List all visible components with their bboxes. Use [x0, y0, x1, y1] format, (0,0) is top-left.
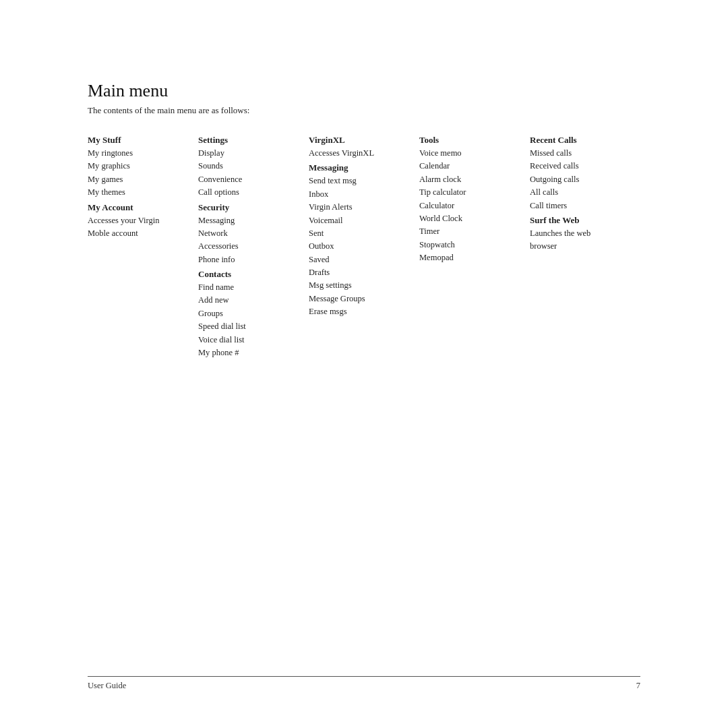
menu-column-settings: SettingsDisplaySoundsConvenienceCall opt… — [198, 135, 309, 359]
menu-item: Sounds — [198, 160, 302, 173]
menu-item: Convenience — [198, 173, 302, 186]
menu-item: Drafts — [309, 266, 413, 279]
menu-item: Network — [198, 227, 302, 240]
menu-item: Alarm clock — [419, 173, 523, 186]
footer-label: User Guide — [88, 681, 126, 691]
menu-item: Message Groups — [309, 293, 413, 305]
menu-item: My phone # — [198, 346, 302, 359]
page-subtitle: The contents of the main menu are as fol… — [88, 105, 640, 116]
section-header-my-stuff-0: My Stuff — [88, 135, 191, 146]
section-header-settings-0: Settings — [198, 135, 302, 146]
menu-item: browser — [530, 240, 634, 253]
menu-item: Stopwatch — [419, 239, 523, 251]
menu-item: Sent — [309, 227, 413, 240]
menu-item: Messaging — [198, 214, 302, 227]
menu-item: All calls — [530, 186, 634, 199]
section-header-settings-2: Contacts — [198, 269, 302, 280]
section-header-virginxl-0: VirginXL — [309, 135, 413, 146]
menu-item: Voice dial list — [198, 334, 302, 346]
menu-item: Outbox — [309, 240, 413, 253]
menu-item: Received calls — [530, 160, 634, 173]
menu-item: My graphics — [88, 160, 191, 173]
footer-page-number: 7 — [636, 681, 640, 691]
menu-item: Groups — [198, 307, 302, 320]
menu-item: Missed calls — [530, 147, 634, 160]
menu-item: Send text msg — [309, 175, 413, 187]
section-header-settings-1: Security — [198, 202, 302, 213]
menu-item: Accesses VirginXL — [309, 147, 413, 160]
menu-item: Call options — [198, 186, 302, 199]
menu-item: Timer — [419, 225, 523, 238]
menu-column-recent-calls: Recent CallsMissed callsReceived callsOu… — [530, 135, 640, 253]
menu-item: Voicemail — [309, 214, 413, 227]
menu-item: Moble account — [88, 227, 191, 240]
menu-item: Add new — [198, 294, 302, 307]
menu-item: Display — [198, 147, 302, 160]
menu-grid: My StuffMy ringtonesMy graphicsMy gamesM… — [88, 135, 640, 359]
menu-item: Voice memo — [419, 147, 523, 160]
menu-item: Erase msgs — [309, 305, 413, 318]
section-header-virginxl-1: Messaging — [309, 162, 413, 173]
menu-item: Inbox — [309, 188, 413, 201]
menu-column-virginxl: VirginXLAccesses VirginXLMessagingSend t… — [309, 135, 419, 319]
menu-item: Msg settings — [309, 279, 413, 292]
menu-item: Tip calculator — [419, 186, 523, 199]
page-title: Main menu — [88, 81, 640, 101]
menu-item: Memopad — [419, 251, 523, 264]
menu-item: Phone info — [198, 253, 302, 266]
section-header-my-stuff-1: My Account — [88, 202, 191, 213]
menu-item: World Clock — [419, 212, 523, 225]
menu-item: Accesses your Virgin — [88, 214, 191, 227]
menu-item: My themes — [88, 186, 191, 199]
footer: User Guide 7 — [88, 676, 640, 691]
menu-item: Calculator — [419, 200, 523, 212]
page-container: Main menu The contents of the main menu … — [0, 0, 728, 400]
menu-item: Launches the web — [530, 227, 634, 240]
section-header-recent-calls-1: Surf the Web — [530, 215, 634, 226]
menu-column-my-stuff: My StuffMy ringtonesMy graphicsMy gamesM… — [88, 135, 198, 240]
menu-item: Accessories — [198, 240, 302, 253]
menu-item: My games — [88, 173, 191, 186]
menu-item: Virgin Alerts — [309, 201, 413, 214]
menu-column-tools: ToolsVoice memoCalendarAlarm clockTip ca… — [419, 135, 530, 264]
menu-item: Find name — [198, 281, 302, 294]
menu-item: My ringtones — [88, 147, 191, 160]
menu-item: Saved — [309, 253, 413, 266]
menu-item: Speed dial list — [198, 320, 302, 333]
section-header-recent-calls-0: Recent Calls — [530, 135, 634, 146]
section-header-tools-0: Tools — [419, 135, 523, 146]
menu-item: Call timers — [530, 200, 634, 212]
menu-item: Outgoing calls — [530, 173, 634, 186]
menu-item: Calendar — [419, 160, 523, 173]
